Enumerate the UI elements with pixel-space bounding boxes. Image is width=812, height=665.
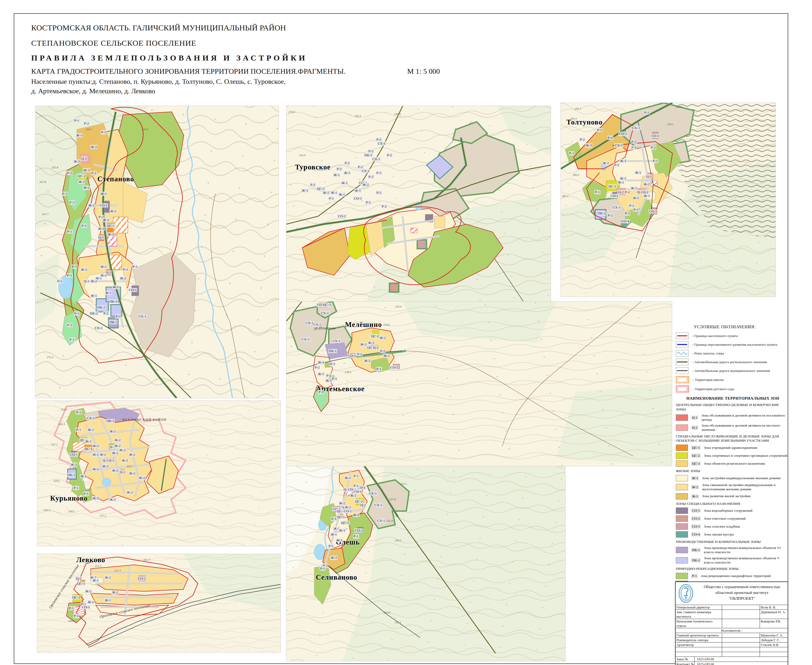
zone-label: Ц-2 <box>119 470 126 474</box>
zone-description: Зона застройки индивидуальными жилыми до… <box>702 476 780 480</box>
zone-label: Р-2 <box>310 183 316 187</box>
legend-section-title: ЦЕНТРАЛЬНЫЕ ОБЩЕСТВЕННО-ДЕЛОВЫЕ И КОМЕРЧ… <box>676 403 788 412</box>
zone-description: Зона учреждений здравоохранения <box>704 446 757 450</box>
legend: УСЛОВНЫЕ ОБОЗНАЧЕНИЯ: - Граница населенн… <box>676 324 788 611</box>
legend-symbol-label: - Территория школы <box>693 378 724 382</box>
zone-label: Р-1 <box>353 534 359 538</box>
zone-label: СХ-1 <box>614 143 623 147</box>
zone-color-swatch <box>676 484 688 490</box>
zone-label: Ж-2 <box>107 232 115 237</box>
title-block-meta-row: Контракт №1025-ОП.00 <box>676 662 788 665</box>
zone-label: СО-1 <box>82 605 90 609</box>
zone-label: Ж-2 <box>92 467 99 471</box>
title-block-role-row: Начальник технического отделаКомарова Р.… <box>676 619 788 628</box>
legend-symbol-road-regional: - Автомобильная дорога регионального зна… <box>676 359 788 365</box>
zone-color-swatch <box>676 460 688 467</box>
legend-symbol-label: - Автомобильная дорога регионального зна… <box>692 360 767 364</box>
zone-label: Ж-2 <box>90 279 97 283</box>
zone-label: Р-1 <box>69 337 75 342</box>
elev-label: 292.5 <box>570 117 577 120</box>
zone-label: Ж-2 <box>92 444 99 448</box>
title-block-meta-row: Заказ №1025-ОП.00 <box>676 657 788 662</box>
elev-label: 222.5 <box>400 482 407 485</box>
legend-zone-СО-3: СО-3Зона сельских кладбищ <box>676 523 788 530</box>
legend-title: УСЛОВНЫЕ ОБОЗНАЧЕНИЯ: <box>694 324 788 329</box>
legend-zone-ЦС-1: ЦС-1Зона учреждений здравоохранения <box>676 445 788 451</box>
map-fragment-stepanovo: СтепановоР-1Р-2Р-1Ж-3Ж-2Ц-2Ж-3Ж-3Р-3ЦС-2… <box>35 106 279 398</box>
zone-label: Р-1 <box>57 279 63 283</box>
zone-label: ЦС-1 <box>84 446 93 450</box>
settlements-list-1: Населенные пункты:д. Степаново, п. Курья… <box>31 78 285 86</box>
zone-label: ЦС-2 <box>77 174 86 178</box>
legend-section-title: ПРОИЗВОДСТВЕННЫЕ И КОММУНАЛЬНЫЕ ЗОНЫ <box>676 540 788 544</box>
zone-label: ПК-2 <box>97 305 105 310</box>
zone-label: Ж-2 <box>632 196 640 200</box>
zone-label: СХ-1 <box>138 314 147 318</box>
zone-code: ЦС-1 <box>691 446 701 450</box>
elev-label: 260.6 <box>67 619 75 622</box>
zone-label: Ц-1 <box>83 279 90 283</box>
zone-label: СХ-1 <box>368 491 377 496</box>
zone-label: Ж-2 <box>128 471 136 475</box>
area-label: Ореховское сельское поселение <box>48 563 80 610</box>
zone-label: Р-1 <box>100 130 107 134</box>
zone-label: Ж-1 <box>620 159 627 163</box>
zone-label: ПК-2 <box>364 153 373 157</box>
map-fragment-turovskoe: ТуровскоеР-2СХ-1Р-2ПК-2СХ-1Р-2Р-2СХ-1Р-2… <box>286 106 551 303</box>
zone-label: Ж-1 <box>90 294 97 298</box>
map-fragment-meleshino-artemevskoe: МелёшиноАртемьевскоеур.ИгнатовоСО-3ЦС-3С… <box>286 301 672 466</box>
zone-label: ПК-2 <box>67 473 76 477</box>
elev-label: 219.2 <box>383 323 390 326</box>
title-block-role-row: Руководитель сектораЛебедев Г. С. <box>676 638 788 642</box>
zone-label: Ж-1 <box>104 598 111 602</box>
elev-label: 320.7 <box>126 465 133 468</box>
zone-label: Р-3 <box>318 390 324 394</box>
zone-label: Р-1 <box>75 410 82 414</box>
zone-label: Ж-2 <box>126 490 133 494</box>
zone-label: Р-2 <box>91 171 97 175</box>
region-title: КОСТРОМСКАЯ ОБЛАСТЬ. ГАЛИЧСКИЙ МУНИЦИПАЛ… <box>31 23 286 32</box>
zone-label: ПК-1 <box>109 320 118 324</box>
elev-label: 250.1 <box>85 128 93 131</box>
zone-label: ЦС-1 <box>336 515 345 519</box>
zone-label: СО-1 <box>618 132 627 136</box>
zone-label: Р-2 <box>344 161 350 165</box>
zone-label: Р-1 <box>353 474 359 478</box>
elev-label: 328.5 <box>67 509 75 513</box>
zone-label: Р-1 <box>74 311 80 315</box>
zone-label: Ж-2 <box>88 203 95 208</box>
zone-label: Р-1 <box>376 367 382 371</box>
zone-label: Р-1 <box>66 273 72 277</box>
road-municipal-icon <box>676 367 689 374</box>
zone-label: Ж-2 <box>128 452 136 457</box>
zone-label: Ж-2 <box>353 513 359 517</box>
zone-label: Ж-2 <box>367 341 375 345</box>
rules-title: ПРАВИЛА ЗЕМЛЕПОЛЬЗОВАНИЯ И ЗАСТРОЙКИ <box>31 53 307 62</box>
zone-label: Ж-1 <box>617 180 625 185</box>
zone-color-swatch <box>676 493 688 500</box>
zone-code: СО-1 <box>691 509 701 513</box>
zone-label: Р-1 <box>74 118 80 123</box>
zone-label: Ж-2 <box>102 464 109 468</box>
zone-label: Р-2 <box>358 165 364 169</box>
legend-zone-Ж-1: Ж-1Зона застройки индивидуальными жилыми… <box>676 475 788 481</box>
zone-label: Ж-1 <box>330 190 337 195</box>
zone-label: СХ-1 <box>332 339 341 343</box>
map-fragment-kuryanovo: КурьяновоЧУХЛОМСКИЙ РАЙОНР-1СХ-1ПК-1Р-1Ж… <box>37 400 281 546</box>
title-block-role-row: Главный архитектор проектаШувалова Г. А. <box>676 633 788 638</box>
title-block-role-row: Генеральный директорВолк В. В. <box>676 605 788 610</box>
zone-color-swatch <box>676 557 688 563</box>
zone-label: Ж-3 <box>73 159 80 164</box>
zone-label: ПК-2 <box>109 300 118 304</box>
map-fragment-olesh-selivanovo: ОлешьСеливановоЖ-2Р-1СО-1Р-1Ц-2СО-1СО-1С… <box>286 466 566 661</box>
zone-label: Ж-2 <box>112 451 119 455</box>
zone-label: ЦС-1 <box>341 521 349 525</box>
zone-label: Р-3 <box>71 265 77 269</box>
title-block-roles: Генеральный директорВолк В. В.Зам. главн… <box>676 605 788 657</box>
zone-label: Ж-2 <box>87 428 94 432</box>
zone-label: Ж-1 <box>341 180 348 185</box>
area-caps-label: ЧУХЛОМСКИЙ РАЙОН <box>121 418 167 422</box>
zone-label: Р-2 <box>624 190 630 194</box>
zone-label: Ж-2 <box>83 185 90 190</box>
zone-label: Ц-2 <box>81 156 87 161</box>
